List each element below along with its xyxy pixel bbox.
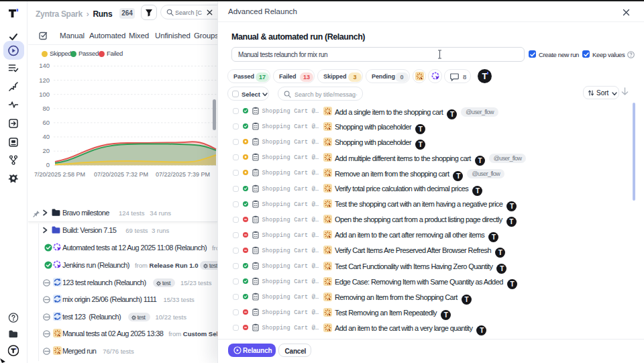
- svg-text:60: 60: [42, 119, 50, 126]
- svg-text:120: 120: [39, 76, 50, 84]
- svg-text:40: 40: [42, 133, 50, 140]
- svg-text:20: 20: [42, 147, 50, 154]
- svg-text:100: 100: [39, 91, 50, 98]
- svg-text:140: 140: [39, 62, 50, 69]
- svg-text:0: 0: [46, 161, 50, 168]
- svg-text:80: 80: [42, 105, 50, 112]
